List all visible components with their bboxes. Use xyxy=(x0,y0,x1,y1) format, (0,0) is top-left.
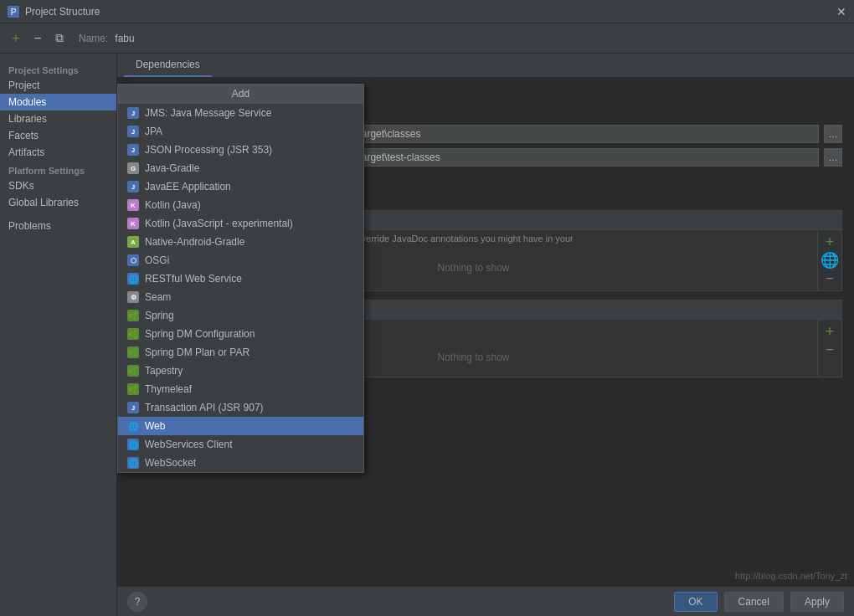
dropdown-item-jms[interactable]: JJMS: Java Message Service xyxy=(118,104,363,122)
java-gradle-icon: G xyxy=(126,162,140,175)
spring-dm-plan-label: Spring DM Plan or PAR xyxy=(145,346,250,358)
jms-icon: J xyxy=(126,106,140,120)
webservices-client-label: WebServices Client xyxy=(145,439,232,450)
kotlin-js-label: Kotlin (JavaScript - experimental) xyxy=(145,218,293,229)
osgi-label: OSGi xyxy=(145,254,169,266)
javaee-label: JavaEE Application xyxy=(145,181,231,192)
remove-button[interactable]: − xyxy=(28,29,47,48)
main-layout: Project Settings Project Modules Librari… xyxy=(0,54,854,616)
sidebar-item-problems[interactable]: Problems xyxy=(0,218,116,234)
toolbar: + − ⧉ Name: fabu xyxy=(0,23,854,54)
title-bar-text: Project Structure xyxy=(25,6,836,18)
watermark: http://blog.csdn.net/Tony_zt xyxy=(735,571,847,581)
kotlin-java-icon: K xyxy=(126,198,140,212)
native-android-label: Native-Android-Gradle xyxy=(145,236,244,248)
thymeleaf-label: Thymeleaf xyxy=(145,383,192,395)
dropdown-item-spring-dm[interactable]: 🌿Spring DM Configuration xyxy=(118,325,363,343)
dropdown-item-native-android[interactable]: ANative-Android-Gradle xyxy=(118,233,363,251)
jpa-icon: J xyxy=(126,125,140,138)
dropdown-list: JJMS: Java Message ServiceJJPAJJSON Proc… xyxy=(118,104,363,472)
sidebar-item-libraries[interactable]: Libraries xyxy=(0,110,116,127)
apply-button[interactable]: Apply xyxy=(790,592,844,612)
ext-annotations-add-btn[interactable]: + xyxy=(821,323,838,340)
transaction-api-icon: J xyxy=(126,401,140,414)
dropdown-item-tapestry[interactable]: 🌿Tapestry xyxy=(118,362,363,380)
dropdown-item-kotlin-java[interactable]: KKotlin (Java) xyxy=(118,196,363,214)
sidebar-item-modules[interactable]: Modules xyxy=(0,94,116,110)
transaction-api-label: Transaction API (JSR 907) xyxy=(145,402,264,413)
tapestry-icon: 🌿 xyxy=(126,364,140,377)
dropdown-header: Add xyxy=(118,85,363,104)
platform-settings-label: Platform Settings xyxy=(0,161,116,177)
sidebar-item-facets[interactable]: Facets xyxy=(0,127,116,144)
ext-annotations-remove-btn[interactable]: − xyxy=(821,341,838,358)
websocket-label: WebSocket xyxy=(145,457,196,469)
ok-button[interactable]: OK xyxy=(674,592,717,612)
seam-icon: ⚙ xyxy=(126,290,140,304)
thymeleaf-icon: 🌿 xyxy=(126,382,140,396)
test-output-path-browse-btn[interactable]: … xyxy=(824,148,842,167)
sidebar-item-artifacts[interactable]: Artifacts xyxy=(0,144,116,161)
sidebar-item-sdks[interactable]: SDKs xyxy=(0,177,116,194)
name-label: Name: xyxy=(79,33,108,44)
websocket-icon: 🌐 xyxy=(126,456,140,470)
dropdown-item-websocket[interactable]: 🌐WebSocket xyxy=(118,454,363,472)
dropdown-item-json[interactable]: JJSON Processing (JSR 353) xyxy=(118,141,363,159)
javaee-icon: J xyxy=(126,180,140,193)
external-annotations-side-btns: + − xyxy=(817,320,841,377)
add-button[interactable]: + xyxy=(7,29,25,48)
dropdown-item-transaction-api[interactable]: JTransaction API (JSR 907) xyxy=(118,398,363,417)
osgi-icon: ⬡ xyxy=(126,254,140,267)
spring-icon: 🌿 xyxy=(126,309,140,322)
dropdown-item-restful[interactable]: 🌐RESTful Web Service xyxy=(118,270,363,288)
tab-dependencies[interactable]: Dependencies xyxy=(124,54,212,77)
dropdown-item-thymeleaf[interactable]: 🌿Thymeleaf xyxy=(118,380,363,398)
close-button[interactable]: ✕ xyxy=(836,6,847,18)
bottom-bar: ? OK Cancel Apply xyxy=(117,586,854,616)
copy-button[interactable]: ⧉ xyxy=(50,29,69,48)
output-path-browse-btn[interactable]: … xyxy=(824,125,842,143)
web-icon: 🌐 xyxy=(126,419,140,433)
web-label: Web xyxy=(145,420,165,432)
spring-dm-icon: 🌿 xyxy=(126,327,140,341)
sidebar-item-global-libraries[interactable]: Global Libraries xyxy=(0,194,116,211)
sidebar: Project Settings Project Modules Librari… xyxy=(0,54,117,616)
restful-label: RESTful Web Service xyxy=(145,273,242,285)
dropdown-item-spring[interactable]: 🌿Spring xyxy=(118,306,363,325)
help-button[interactable]: ? xyxy=(127,592,147,612)
webservices-client-icon: 🌐 xyxy=(126,438,140,451)
json-icon: J xyxy=(126,143,140,157)
svg-text:P: P xyxy=(11,8,17,17)
dropdown-item-web[interactable]: 🌐Web xyxy=(118,417,363,435)
javadocs-remove-btn[interactable]: − xyxy=(821,270,838,287)
native-android-icon: A xyxy=(126,235,140,249)
app-icon: P xyxy=(7,5,20,18)
dropdown-item-javaee[interactable]: JJavaEE Application xyxy=(118,177,363,196)
dropdown-item-seam[interactable]: ⚙Seam xyxy=(118,288,363,306)
dropdown-item-java-gradle[interactable]: GJava-Gradle xyxy=(118,159,363,177)
kotlin-java-label: Kotlin (Java) xyxy=(145,199,201,211)
spring-label: Spring xyxy=(145,310,174,321)
dropdown-item-webservices-client[interactable]: 🌐WebServices Client xyxy=(118,435,363,454)
spring-dm-plan-icon: 🌿 xyxy=(126,346,140,359)
add-dropdown: Add JJMS: Java Message ServiceJJPAJJSON … xyxy=(117,84,364,473)
javadocs-add-btn[interactable]: + xyxy=(821,234,838,250)
seam-label: Seam xyxy=(145,291,171,303)
project-settings-label: Project Settings xyxy=(0,60,116,77)
javadocs-side-btns: + + 🌐 − xyxy=(817,230,841,290)
dropdown-item-spring-dm-plan[interactable]: 🌿Spring DM Plan or PAR xyxy=(118,343,363,362)
tabs-bar: Dependencies xyxy=(117,54,854,78)
dropdown-item-kotlin-js[interactable]: KKotlin (JavaScript - experimental) xyxy=(118,214,363,233)
cancel-button[interactable]: Cancel xyxy=(724,592,784,612)
restful-icon: 🌐 xyxy=(126,272,140,285)
dropdown-item-jpa[interactable]: JJPA xyxy=(118,122,363,141)
jms-label: JMS: Java Message Service xyxy=(145,107,271,119)
kotlin-js-icon: K xyxy=(126,217,140,230)
javadocs-add-url-btn[interactable]: + 🌐 xyxy=(821,252,838,269)
spring-dm-label: Spring DM Configuration xyxy=(145,328,255,340)
jpa-label: JPA xyxy=(145,126,162,137)
dropdown-item-osgi[interactable]: ⬡OSGi xyxy=(118,251,363,270)
content-area: Dependencies Project compile output path… xyxy=(117,54,854,616)
sidebar-item-project[interactable]: Project xyxy=(0,77,116,94)
java-gradle-label: Java-Gradle xyxy=(145,162,199,174)
